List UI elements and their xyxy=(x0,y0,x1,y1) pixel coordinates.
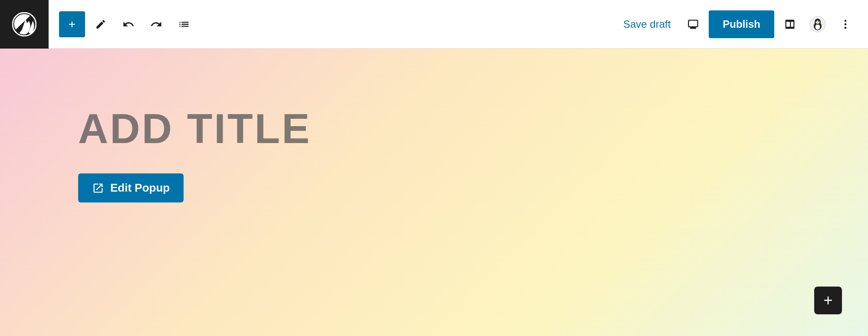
list-view-button[interactable] xyxy=(172,12,196,36)
sidebar-toggle-icon xyxy=(784,18,796,30)
sidebar-toggle-button[interactable] xyxy=(778,12,802,36)
add-block-canvas-icon: + xyxy=(823,291,832,310)
svg-point-10 xyxy=(845,23,847,25)
save-draft-button[interactable]: Save draft xyxy=(616,14,677,35)
list-view-icon xyxy=(178,18,190,30)
svg-point-8 xyxy=(817,22,819,23)
svg-point-3 xyxy=(815,24,820,29)
svg-point-11 xyxy=(845,26,847,29)
edit-popup-button[interactable]: Edit Popup xyxy=(78,173,184,202)
canvas-area: ADD TITLE Edit Popup + xyxy=(0,49,868,336)
monitor-icon xyxy=(687,18,699,30)
redo-button[interactable] xyxy=(144,12,168,36)
more-options-icon xyxy=(839,18,852,30)
user-avatar-button[interactable] xyxy=(806,12,830,36)
pen-icon xyxy=(95,19,106,30)
wp-logo[interactable] xyxy=(0,0,49,49)
external-link-icon xyxy=(92,182,104,194)
plus-icon: + xyxy=(69,17,76,31)
svg-point-7 xyxy=(818,20,819,21)
svg-point-9 xyxy=(845,20,847,22)
edit-popup-label: Edit Popup xyxy=(110,181,170,195)
svg-point-6 xyxy=(816,20,817,21)
publish-label: Publish xyxy=(723,18,760,30)
undo-icon xyxy=(122,18,135,30)
add-block-canvas-button[interactable]: + xyxy=(814,287,842,314)
toolbar: + Save draft Publish xyxy=(0,0,868,49)
publish-button[interactable]: Publish xyxy=(709,10,774,38)
page-title-area[interactable]: ADD TITLE Edit Popup xyxy=(78,105,311,202)
preview-button[interactable] xyxy=(681,12,705,36)
user-avatar-icon xyxy=(809,16,826,33)
add-block-toolbar-button[interactable]: + xyxy=(59,11,85,37)
more-options-button[interactable] xyxy=(833,12,858,36)
add-title-placeholder[interactable]: ADD TITLE xyxy=(78,105,311,153)
undo-button[interactable] xyxy=(116,12,141,36)
save-draft-label: Save draft xyxy=(623,18,671,30)
svg-point-5 xyxy=(816,20,820,24)
redo-icon xyxy=(150,18,162,30)
edit-tool-button[interactable] xyxy=(89,12,113,36)
